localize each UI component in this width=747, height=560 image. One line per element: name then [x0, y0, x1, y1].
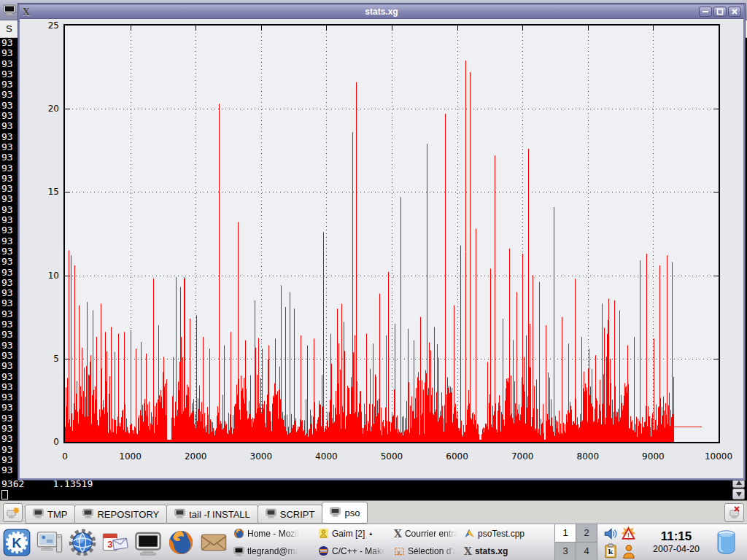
konsole-window-icon — [3, 3, 16, 19]
taskbar-item-label: Courrier entra — [405, 529, 459, 539]
y-axis-tick-label: 20 — [20, 104, 59, 114]
terminal-session-icon — [330, 506, 341, 519]
kate-icon — [464, 528, 475, 539]
stats-titlebar[interactable]: X stats.xg — [20, 5, 743, 19]
xgraph-window-icon: X — [23, 7, 30, 17]
plot-area: 0510152025 01000200030004000500060007000… — [20, 19, 743, 478]
konsole-tab-repository[interactable]: REPOSITORY — [74, 505, 167, 524]
taskbar-item-label: Sélection d'a — [408, 546, 457, 556]
taskbar-item-stats-xg[interactable]: Xstats.xg — [462, 543, 551, 559]
taskbar-item-home-mozill[interactable]: Home - Mozill — [231, 526, 316, 542]
y-axis-tick-label: 0 — [20, 437, 59, 447]
selection-icon — [394, 545, 405, 556]
terminal-scrollback: 93 93 93 93 93 93 93 93 93 93 93 93 93 9… — [1, 38, 13, 475]
terminal-session-icon — [33, 508, 44, 521]
taskbar-item-label: stats.xg — [475, 546, 508, 556]
system-launcher-icon[interactable] — [33, 525, 66, 560]
taskbar-item-label: tlegrand@ma — [247, 546, 300, 556]
scroll-down-button[interactable] — [732, 489, 745, 499]
taskbar-item-s-lection-d-a[interactable]: Sélection d'a — [392, 543, 462, 559]
eclipse-icon — [318, 545, 329, 556]
new-session-button[interactable] — [3, 503, 23, 522]
konsole-launcher-icon[interactable] — [131, 525, 164, 560]
x-axis-tick-label: 10000 — [700, 451, 737, 462]
terminal-session-icon — [82, 508, 93, 521]
pager-desktop-3[interactable]: 3 — [554, 542, 576, 560]
chart-canvas[interactable] — [65, 26, 719, 442]
svg-text:K: K — [12, 535, 21, 550]
konsole-tab-tmp[interactable]: TMP — [25, 505, 75, 524]
system-tray: !k — [601, 525, 638, 560]
contact-tray-icon[interactable] — [621, 543, 637, 559]
tab-label: REPOSITORY — [97, 509, 159, 520]
x-axis-tick-label: 4000 — [308, 451, 344, 462]
taskbar: Home - MozillGaim [2]▴XCourrier entrapso… — [231, 525, 551, 560]
firefox-mini-icon — [233, 528, 244, 539]
konsole-tab-pso[interactable]: pso — [322, 502, 368, 524]
taskbar-item-tlegrand-ma[interactable]: tlegrand@ma — [231, 543, 316, 559]
volume-tray-icon[interactable] — [603, 526, 619, 542]
konqueror-launcher-icon[interactable] — [66, 525, 98, 560]
svg-text:k: k — [608, 548, 614, 556]
close-button[interactable] — [728, 7, 741, 17]
desktop: S 93 93 93 93 93 93 93 93 93 93 93 93 93… — [0, 0, 747, 560]
x-axis-tick-label: 3000 — [243, 451, 279, 462]
konsole-tab-script[interactable]: SCRIPT — [258, 505, 323, 524]
x-axis-tick-label: 2000 — [177, 451, 214, 462]
tab-label: TMP — [47, 509, 67, 520]
stats-window: X stats.xg 0510152025 010002000300040005… — [18, 4, 745, 480]
taskbar-item-gaim-2-[interactable]: Gaim [2]▴ — [316, 526, 392, 542]
mail-launcher-icon[interactable] — [197, 525, 230, 560]
pager-desktop-2[interactable]: 2 — [576, 524, 597, 542]
y-axis-tick-label: 15 — [20, 187, 59, 197]
terminal-session-icon — [266, 508, 276, 521]
konsole-menu-session[interactable]: S — [6, 23, 12, 34]
gaim-icon — [318, 528, 329, 539]
x-axis-tick-label: 6000 — [439, 451, 476, 462]
taskbar-item-courrier-entra[interactable]: XCourrier entra — [392, 526, 462, 542]
svg-text:!: ! — [627, 531, 630, 539]
desktop-pager: 1234 — [555, 524, 597, 560]
taskbar-item-label: psoTest.cpp — [478, 529, 525, 539]
taskbar-item-label: C/C++ - Make — [332, 546, 387, 556]
minimize-button[interactable] — [699, 7, 712, 17]
y-axis-tick-label: 10 — [20, 271, 59, 281]
plot-frame — [63, 24, 720, 443]
alarm-tray-icon[interactable]: ! — [620, 525, 637, 542]
klipper-tray-icon[interactable]: k — [603, 543, 619, 559]
y-axis-tick-label: 25 — [20, 20, 59, 31]
taskbar-item-c-c-make[interactable]: C/C++ - Make — [316, 543, 392, 559]
maximize-button[interactable] — [713, 7, 727, 17]
tab-label: pso — [344, 508, 360, 518]
pager-desktop-4[interactable]: 4 — [576, 542, 597, 560]
terminal-cursor — [1, 490, 8, 499]
x-axis-tick-label: 0 — [47, 451, 83, 462]
glass-applet-icon[interactable] — [716, 529, 736, 556]
terminal-session-icon — [174, 508, 185, 521]
panel-clock[interactable]: 11:15 2007-04-20 — [639, 529, 713, 555]
kmenu-launcher-icon[interactable]: K — [0, 525, 33, 560]
clock-date: 2007-04-20 — [639, 544, 713, 555]
terminal-scrollbar[interactable] — [732, 477, 745, 500]
konsole-tab-tail-f-install[interactable]: tail -f INSTALL — [166, 505, 258, 524]
terminal-last-line: 9362 1.13519 — [1, 478, 93, 489]
pager-desktop-1[interactable]: 1 — [554, 524, 576, 542]
konsole-tabbar: TMPREPOSITORYtail -f INSTALLSCRIPTpso — [0, 500, 747, 524]
close-session-button[interactable] — [724, 503, 744, 522]
window-title: stats.xg — [20, 7, 743, 17]
kde-panel: K3 Home - MozillGaim [2]▴XCourrier entra… — [0, 524, 747, 560]
clock-time: 11:15 — [639, 529, 713, 544]
taskbar-item-label: Home - Mozill — [247, 529, 301, 539]
x-axis-tick-label: 8000 — [570, 451, 606, 462]
taskbar-group-arrow-icon[interactable]: ▴ — [369, 530, 372, 537]
konsole-mini-icon — [233, 545, 244, 556]
tab-label: tail -f INSTALL — [189, 509, 250, 520]
x-axis-tick-label: 5000 — [374, 451, 410, 462]
x-axis-tick-label: 1000 — [112, 451, 149, 462]
taskbar-item-psotest-cpp[interactable]: psoTest.cpp — [462, 526, 551, 542]
tab-label: SCRIPT — [280, 509, 315, 520]
kontact-launcher-icon[interactable]: 3 — [98, 525, 131, 560]
x-app-icon: X — [464, 546, 472, 556]
y-axis-tick-label: 5 — [20, 354, 59, 364]
firefox-launcher-icon[interactable] — [164, 525, 197, 560]
